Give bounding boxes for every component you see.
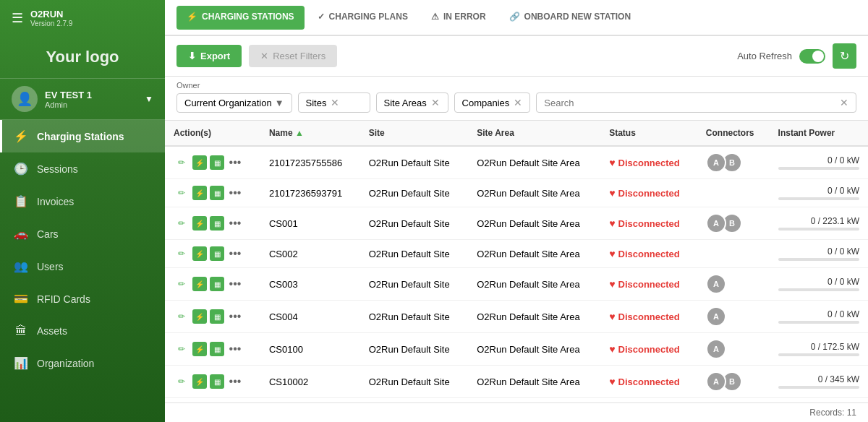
sidebar-item-cars[interactable]: 🚗 Cars — [0, 218, 165, 250]
companies-filter-chip[interactable]: Companies ✕ — [454, 92, 531, 113]
edit-icon[interactable]: ✏ — [174, 309, 190, 324]
screen-icon[interactable]: ▦ — [210, 277, 224, 291]
more-icon[interactable]: ••• — [227, 155, 243, 171]
sites-filter-chip[interactable]: Sites ✕ — [298, 92, 370, 113]
more-icon[interactable]: ••• — [227, 341, 243, 357]
status-badge: ♥Disconnected — [609, 343, 689, 355]
charge-icon[interactable]: ⚡ — [192, 374, 207, 389]
edit-icon[interactable]: ✏ — [174, 341, 190, 357]
edit-icon[interactable]: ✏ — [174, 374, 190, 389]
screen-icon[interactable]: ▦ — [210, 309, 224, 324]
tab-in-error[interactable]: ⚠ IN ERROR — [421, 6, 496, 30]
more-icon[interactable]: ••• — [227, 215, 243, 231]
reset-filters-button[interactable]: ✕ Reset Filters — [249, 45, 337, 67]
auto-refresh-toggle[interactable] — [799, 49, 825, 64]
status-cell: ♥Disconnected — [600, 301, 697, 333]
heart-icon: ♥ — [609, 218, 615, 229]
sidebar-item-label: Cars — [37, 228, 59, 240]
edit-icon[interactable]: ✏ — [174, 185, 190, 201]
more-icon[interactable]: ••• — [227, 276, 243, 292]
power-bar: 0 / 223.1 kW — [778, 216, 859, 231]
sidebar-item-assets[interactable]: 🏛 Assets — [0, 315, 165, 347]
charge-icon[interactable]: ⚡ — [192, 155, 207, 170]
edit-icon[interactable]: ✏ — [174, 155, 190, 171]
organization-icon: 📊 — [14, 356, 28, 370]
screen-icon[interactable]: ▦ — [210, 342, 224, 356]
refresh-button[interactable]: ↻ — [833, 43, 856, 69]
action-icons: ✏ ⚡ ▦ ••• — [174, 155, 252, 171]
sidebar-item-users[interactable]: 👥 Users — [0, 250, 165, 283]
tab-charging-plans[interactable]: ✓ CHARGING PLANS — [307, 6, 418, 30]
sidebar-item-sessions[interactable]: 🕒 Sessions — [0, 152, 165, 185]
owner-filter-select[interactable]: Current Organization ▼ — [176, 93, 292, 113]
heart-icon: ♥ — [609, 278, 615, 290]
charge-icon[interactable]: ⚡ — [192, 309, 207, 324]
screen-icon[interactable]: ▦ — [210, 374, 224, 389]
top-tabs: ⚡ CHARGING STATIONS ✓ CHARGING PLANS ⚠ I… — [165, 0, 868, 36]
name-cell: CS004 — [260, 301, 360, 333]
charge-icon[interactable]: ⚡ — [192, 186, 207, 200]
power-bar: 0 / 0 kW — [778, 186, 859, 200]
export-button[interactable]: ⬇ Export — [176, 45, 242, 67]
actions-cell: ✏ ⚡ ▦ ••• — [165, 240, 260, 268]
col-name[interactable]: Name ▲ — [260, 121, 360, 146]
charging-stations-tab-icon: ⚡ — [187, 12, 197, 22]
site-areas-filter-chip[interactable]: Site Areas ✕ — [376, 92, 448, 113]
connector-badge: A — [706, 213, 726, 233]
search-input[interactable] — [544, 98, 835, 108]
screen-icon[interactable]: ▦ — [210, 155, 224, 170]
sidebar-item-label: Sessions — [37, 163, 78, 175]
power-bar-bg — [778, 167, 859, 170]
more-icon[interactable]: ••• — [227, 185, 243, 201]
sidebar-item-label: Assets — [37, 325, 67, 337]
connectors-cell: A — [697, 268, 770, 301]
edit-icon[interactable]: ✏ — [174, 246, 190, 262]
sites-label: Sites — [306, 98, 327, 108]
tab-charging-stations[interactable]: ⚡ CHARGING STATIONS — [176, 6, 305, 30]
sidebar-item-invoices[interactable]: 📋 Invoices — [0, 185, 165, 218]
more-icon[interactable]: ••• — [227, 309, 243, 324]
screen-icon[interactable]: ▦ — [210, 186, 224, 200]
screen-icon[interactable]: ▦ — [210, 246, 224, 261]
search-filter[interactable]: ✕ — [536, 92, 856, 113]
action-icons: ✏ ⚡ ▦ ••• — [174, 276, 252, 292]
status-cell: ♥Disconnected — [600, 333, 697, 366]
sidebar-item-label: Charging Stations — [37, 131, 124, 142]
records-count: Records: 11 — [809, 408, 856, 418]
power-bar-bg — [778, 288, 859, 291]
status-badge: ♥Disconnected — [609, 311, 689, 322]
sidebar-item-rfid-cards[interactable]: 💳 RFID Cards — [0, 283, 165, 315]
tab-onboard-new-station[interactable]: 🔗 ONBOARD NEW STATION — [499, 6, 642, 30]
col-site-area: Site Area — [468, 121, 600, 146]
charge-icon[interactable]: ⚡ — [192, 342, 207, 356]
user-profile[interactable]: 👤 EV TEST 1 Admin ▼ — [0, 79, 165, 120]
in-error-tab-icon: ⚠ — [431, 12, 439, 22]
screen-icon[interactable]: ▦ — [210, 216, 224, 231]
table-row: ✏ ⚡ ▦ ••• 21017236593791O2Run Default Si… — [165, 179, 868, 207]
more-icon[interactable]: ••• — [227, 246, 243, 262]
hamburger-icon[interactable]: ☰ — [12, 10, 23, 26]
chevron-down-icon: ▼ — [145, 94, 153, 104]
sites-clear-icon[interactable]: ✕ — [331, 97, 339, 108]
more-icon[interactable]: ••• — [227, 374, 243, 389]
status-badge: ♥Disconnected — [609, 218, 689, 229]
power-bar-bg — [778, 197, 859, 200]
power-text: 0 / 0 kW — [778, 246, 859, 257]
table-container: Action(s) Name ▲ Site Site Area Status C… — [165, 121, 868, 402]
table-row: ✏ ⚡ ▦ ••• CS003O2Run Default SiteO2Run D… — [165, 268, 868, 301]
site-areas-clear-icon[interactable]: ✕ — [431, 97, 440, 108]
charge-icon[interactable]: ⚡ — [192, 246, 207, 261]
search-clear-icon[interactable]: ✕ — [840, 97, 848, 108]
site-area-cell: O2Run Default Site Area — [468, 333, 600, 366]
sidebar-item-charging-stations[interactable]: ⚡ Charging Stations — [0, 120, 165, 152]
user-role: Admin — [45, 100, 92, 109]
site-cell: O2Run Default Site — [360, 146, 469, 179]
edit-icon[interactable]: ✏ — [174, 276, 190, 292]
col-instant-power: Instant Power — [770, 121, 868, 146]
companies-label: Companies — [462, 98, 510, 108]
charge-icon[interactable]: ⚡ — [192, 216, 207, 231]
charge-icon[interactable]: ⚡ — [192, 277, 207, 291]
edit-icon[interactable]: ✏ — [174, 215, 190, 231]
companies-clear-icon[interactable]: ✕ — [514, 97, 522, 108]
sidebar-item-organization[interactable]: 📊 Organization — [0, 347, 165, 379]
